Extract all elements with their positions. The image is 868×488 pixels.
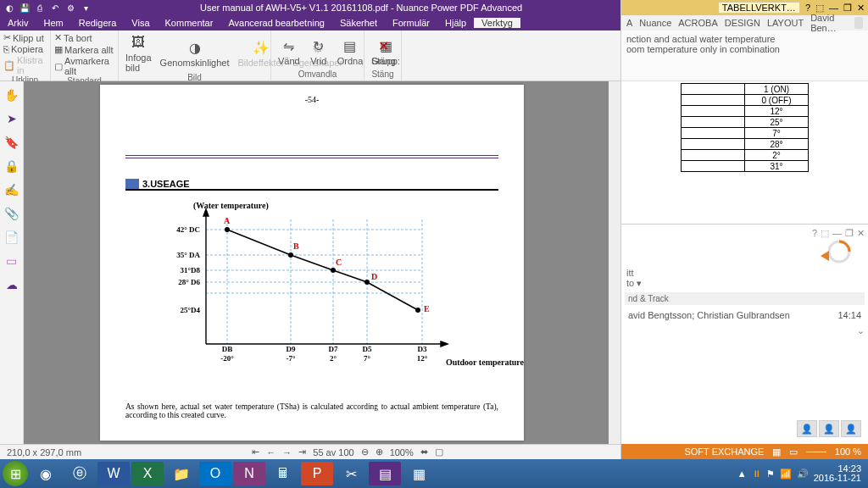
nav-next-icon[interactable]: →	[282, 447, 292, 458]
clock[interactable]: 14:232016-11-21	[814, 464, 861, 483]
snip-icon[interactable]: ✂	[335, 462, 367, 485]
value-table: 1 (ON) 0 (OFF) 12° 25° 7° 28° 2° 31°	[681, 83, 809, 172]
redo-icon[interactable]: ⚙	[64, 2, 76, 14]
attachment-icon[interactable]: 📎	[4, 207, 19, 220]
copy-button[interactable]: ⎘ Kopiera	[3, 44, 47, 54]
bookmark-icon[interactable]: 🔖	[4, 136, 19, 149]
start-button[interactable]: ⊞	[3, 461, 28, 486]
zoom-in-icon[interactable]: ⊕	[376, 446, 383, 458]
app-icon[interactable]: ▦	[403, 462, 435, 485]
qat-more-icon[interactable]: ▾	[80, 2, 92, 14]
view-icon[interactable]: ▦	[772, 446, 781, 458]
svg-point-14	[225, 227, 230, 232]
sender-label: avid Bengtsson; Christian Gulbrandsen	[628, 310, 790, 320]
cloud-icon[interactable]: ☁	[6, 278, 18, 291]
svg-point-16	[331, 268, 336, 273]
taskbar: ⊞ ◉ ⓔ W X 📁 O N 🖩 P ✂ ▤ ▦ ▲ ⏸ ⚑ 📶 🔊 14:2…	[0, 459, 868, 488]
pdf-page: -54- 3.USEAGE (Water temperature) Outdoo…	[100, 85, 524, 441]
ie-icon[interactable]: ⓔ	[64, 462, 96, 485]
tray-up-icon[interactable]: ▲	[737, 469, 747, 479]
svg-point-15	[288, 252, 293, 258]
tray-vol-icon[interactable]: 🔊	[797, 469, 809, 480]
menu-sakerhet[interactable]: Säkerhet	[332, 18, 385, 28]
win-min-icon[interactable]: —	[829, 3, 838, 13]
stamp-icon[interactable]: ▭	[6, 254, 17, 268]
mail-time: 14:14	[837, 310, 861, 320]
onenote-icon[interactable]: N	[233, 462, 265, 485]
flip-button[interactable]: ⇋Vänd	[275, 36, 303, 66]
delete-button[interactable]: ✕ Ta bort	[54, 32, 114, 43]
menu-redigera[interactable]: Redigera	[71, 18, 125, 28]
undo-icon[interactable]: ↶	[49, 2, 61, 14]
svg-marker-11	[203, 209, 209, 216]
nav-first-icon[interactable]: ⇤	[252, 446, 259, 458]
paste-button[interactable]: 📋 Klistra in	[3, 55, 47, 75]
calc-icon[interactable]: 🖩	[267, 462, 299, 485]
page-icon[interactable]: 📄	[4, 230, 19, 244]
fit-page-icon[interactable]: ▢	[435, 446, 443, 458]
ribbon-min-icon[interactable]: ⬚	[815, 3, 824, 14]
fit-width-icon[interactable]: ⬌	[420, 446, 428, 458]
right-app-pane: TABELLVERKT… ? ⬚ — ❐ ✕ A Nuance ACROBA D…	[620, 0, 868, 488]
window-title: User manual of AWH-V5+ V1.1 20161108.pdf…	[92, 3, 631, 13]
menu-formular[interactable]: Formulär	[385, 18, 437, 28]
win-close-icon[interactable]: ✕	[857, 3, 865, 14]
deselect-button[interactable]: ▢ Avmarkera allt	[54, 56, 114, 76]
view-icon-2[interactable]: ▭	[789, 446, 798, 458]
nav-last-icon[interactable]: ⇥	[298, 446, 306, 458]
print-icon[interactable]: ⎙	[34, 2, 46, 14]
vertical-scrollbar[interactable]	[609, 81, 620, 444]
chart: (Water temperature) Outdoor temperature	[142, 204, 481, 382]
help-icon[interactable]: ?	[805, 3, 810, 13]
svg-marker-13	[441, 341, 448, 347]
svg-marker-20	[821, 251, 829, 261]
people-pane[interactable]: 👤👤👤	[797, 420, 861, 437]
lock-icon[interactable]: 🔒	[4, 159, 19, 173]
tray-pause-icon[interactable]: ⏸	[752, 469, 761, 479]
page-dimensions: 210,0 x 297,0 mm	[7, 447, 81, 458]
excel-icon[interactable]: X	[131, 462, 164, 485]
menu-visa[interactable]: Visa	[124, 18, 157, 28]
user-label[interactable]: David Ben…	[810, 13, 848, 33]
svg-point-18	[415, 308, 420, 313]
app-icon: ◐	[3, 2, 15, 14]
insert-image-button[interactable]: 🖼Infoga bild	[122, 32, 155, 73]
menu-arkiv[interactable]: Arkiv	[0, 18, 36, 28]
arrange-button[interactable]: ▤Ordna	[334, 36, 367, 66]
signature-icon[interactable]: ✍	[4, 183, 19, 197]
outlook-icon[interactable]: O	[199, 462, 231, 485]
zoom-level[interactable]: 100%	[390, 447, 414, 458]
menu-verktyg[interactable]: Verktyg	[474, 18, 520, 28]
select-all-button[interactable]: ▦ Markera allt	[54, 44, 114, 55]
zoom-out-icon[interactable]: ⊖	[361, 446, 369, 458]
menu-avancerad[interactable]: Avancerad bearbetning	[220, 18, 332, 28]
document-area: -54- 3.USEAGE (Water temperature) Outdoo…	[24, 81, 620, 444]
menu-hjalp[interactable]: Hjälp	[437, 18, 474, 28]
svg-point-17	[364, 280, 370, 285]
chart-description: As shown here, actual set water temperat…	[125, 402, 498, 419]
explorer-icon[interactable]: 📁	[165, 462, 198, 485]
save-icon[interactable]: 💾	[19, 2, 31, 14]
powerpoint-icon[interactable]: P	[301, 462, 333, 485]
table-tools-tab[interactable]: TABELLVERKT…	[718, 2, 800, 14]
close-tool-button[interactable]: ✕Stäng	[368, 36, 399, 66]
chrome-icon[interactable]: ◉	[30, 462, 62, 485]
hand-tool-icon[interactable]: ✋	[4, 88, 19, 102]
status-bar: 210,0 x 297,0 mm ⇤ ← → ⇥ 55 av 100 ⊖ ⊕ 1…	[0, 444, 620, 459]
select-tool-icon[interactable]: ➤	[7, 112, 17, 125]
win-max-icon[interactable]: ❐	[843, 3, 852, 14]
pdf-icon[interactable]: ▤	[369, 462, 401, 485]
tray-net-icon[interactable]: 📶	[780, 469, 792, 480]
tray-flag-icon[interactable]: ⚑	[766, 469, 775, 480]
section-heading: 3.USEAGE	[125, 179, 498, 191]
avatar-icon[interactable]	[854, 17, 863, 29]
page-indicator: 55 av 100	[313, 447, 353, 458]
cut-button[interactable]: ✂ Klipp ut	[3, 32, 47, 43]
transparency-button[interactable]: ◑Genomskinlighet	[157, 37, 233, 68]
rotate-button[interactable]: ↻Vrid	[305, 36, 332, 66]
word-icon[interactable]: W	[97, 462, 130, 485]
page-number-text: -54-	[125, 95, 498, 104]
nav-prev-icon[interactable]: ←	[266, 447, 275, 458]
menu-hem[interactable]: Hem	[36, 18, 70, 28]
menu-kommentar[interactable]: Kommentar	[158, 18, 221, 28]
